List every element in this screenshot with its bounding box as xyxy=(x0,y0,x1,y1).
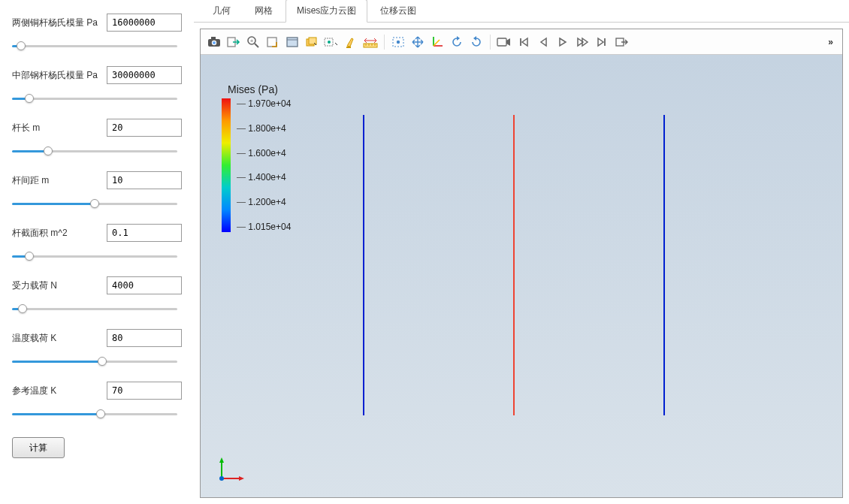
svg-line-25 xyxy=(434,40,440,46)
rotate-right-icon[interactable] xyxy=(467,33,485,51)
svg-marker-29 xyxy=(219,457,224,463)
param-label: 温度载荷 K xyxy=(12,332,107,345)
param-input[interactable] xyxy=(107,224,182,242)
result-bar xyxy=(363,115,364,415)
svg-rect-9 xyxy=(287,38,298,47)
param-label: 参考温度 K xyxy=(12,385,107,397)
param-slider[interactable] xyxy=(12,44,177,47)
orientation-triad xyxy=(219,456,244,484)
legend-ticks: 1.970e+041.800e+41.600e+41.400e+41.200e+… xyxy=(237,98,291,232)
toolbar-more-icon[interactable]: » xyxy=(823,37,838,47)
param-slider[interactable] xyxy=(12,360,177,363)
param-input[interactable] xyxy=(107,66,182,84)
rotate-left-icon[interactable] xyxy=(448,33,466,51)
param-slider[interactable] xyxy=(12,202,177,205)
param-slider[interactable] xyxy=(12,149,177,152)
clean-icon[interactable] xyxy=(342,33,360,51)
param-label: 两侧铜杆杨氏模量 Pa xyxy=(12,17,107,29)
legend-tick: 1.800e+4 xyxy=(237,123,291,134)
param-input[interactable] xyxy=(107,276,182,294)
viewer-toolbar: +» xyxy=(201,29,842,55)
param-label: 杆截面积 m^2 xyxy=(12,227,107,240)
param-row: 参考温度 K xyxy=(12,382,182,400)
compute-button[interactable]: 计算 xyxy=(12,437,65,458)
legend-title: Mises (Pa) xyxy=(228,83,291,95)
svg-point-3 xyxy=(213,41,216,44)
zoom-icon[interactable]: + xyxy=(244,33,262,51)
camera-icon[interactable] xyxy=(205,33,223,51)
export-anim-icon[interactable] xyxy=(612,33,630,51)
param-input[interactable] xyxy=(107,329,182,347)
viewer-canvas[interactable]: Mises (Pa) 1.970e+041.800e+41.600e+41.40… xyxy=(201,55,842,497)
svg-point-14 xyxy=(328,41,331,44)
param-label: 杆长 m xyxy=(12,122,107,134)
play-icon[interactable] xyxy=(554,33,572,51)
last-frame-icon[interactable] xyxy=(593,33,611,51)
tab-bar: 几何网格Mises应力云图位移云图 xyxy=(194,0,849,23)
svg-text:+: + xyxy=(250,38,254,44)
svg-rect-8 xyxy=(267,38,276,47)
toolbar-separator xyxy=(490,35,491,50)
param-row: 受力载荷 N xyxy=(12,276,182,294)
svg-rect-1 xyxy=(211,37,216,40)
legend-tick: 1.015e+04 xyxy=(237,222,291,232)
viewer-frame: +» Mises (Pa) 1.970e+041.800e+41.600e+41… xyxy=(200,29,843,498)
main-panel: 几何网格Mises应力云图位移云图 +» Mises (Pa) 1.970e+0… xyxy=(194,0,849,504)
layers-icon[interactable] xyxy=(303,33,321,51)
tab-2[interactable]: Mises应力云图 xyxy=(286,0,367,23)
tab-1[interactable]: 网格 xyxy=(243,0,284,22)
axes-icon[interactable] xyxy=(428,33,446,51)
param-input[interactable] xyxy=(107,119,182,137)
view-options-icon[interactable] xyxy=(322,33,340,51)
select-box-icon[interactable] xyxy=(264,33,282,51)
param-label: 受力载荷 N xyxy=(12,279,107,292)
svg-marker-31 xyxy=(239,476,244,481)
toolbar-separator xyxy=(384,35,385,50)
param-row: 杆长 m xyxy=(12,119,182,137)
result-bar xyxy=(663,115,665,415)
svg-line-6 xyxy=(255,44,258,47)
first-frame-icon[interactable] xyxy=(515,33,533,51)
param-input[interactable] xyxy=(107,382,182,400)
legend-tick: 1.400e+4 xyxy=(237,172,291,183)
svg-point-32 xyxy=(219,476,224,481)
tab-0[interactable]: 几何 xyxy=(201,0,242,22)
window-icon[interactable] xyxy=(283,33,301,51)
export-icon[interactable] xyxy=(225,33,243,51)
parameter-panel: 两侧铜杆杨氏模量 Pa中部钢杆杨氏模量 Pa杆长 m杆间距 m杆截面积 m^2受… xyxy=(0,0,194,504)
result-bar xyxy=(513,115,515,415)
param-slider[interactable] xyxy=(12,255,177,258)
param-row: 温度载荷 K xyxy=(12,329,182,347)
color-legend: Mises (Pa) 1.970e+041.800e+41.600e+41.40… xyxy=(222,83,291,232)
prev-frame-icon[interactable] xyxy=(534,33,552,51)
param-slider[interactable] xyxy=(12,307,177,310)
svg-rect-12 xyxy=(309,38,316,44)
viewer-area: +» Mises (Pa) 1.970e+041.800e+41.600e+41… xyxy=(194,23,849,504)
legend-tick: 1.200e+4 xyxy=(237,197,291,207)
legend-tick: 1.970e+04 xyxy=(237,98,291,109)
param-slider[interactable] xyxy=(12,412,177,415)
param-row: 中部钢杆杨氏模量 Pa xyxy=(12,66,182,84)
svg-rect-26 xyxy=(497,38,506,46)
legend-tick: 1.600e+4 xyxy=(237,148,291,158)
measure-icon[interactable] xyxy=(361,33,379,51)
next-frame-icon[interactable] xyxy=(573,33,591,51)
app-root: 两侧铜杆杨氏模量 Pa中部钢杆杨氏模量 Pa杆长 m杆间距 m杆截面积 m^2受… xyxy=(0,0,849,504)
param-row: 杆截面积 m^2 xyxy=(12,224,182,242)
tab-3[interactable]: 位移云图 xyxy=(369,0,428,22)
record-icon[interactable] xyxy=(495,33,513,51)
param-label: 中部钢杆杨氏模量 Pa xyxy=(12,69,107,82)
region-select-icon[interactable] xyxy=(389,33,407,51)
param-label: 杆间距 m xyxy=(12,174,107,187)
legend-colorbar xyxy=(222,98,231,232)
param-input[interactable] xyxy=(107,14,182,32)
svg-point-22 xyxy=(397,40,400,43)
pan-icon[interactable] xyxy=(409,33,427,51)
param-row: 杆间距 m xyxy=(12,171,182,189)
param-input[interactable] xyxy=(107,171,182,189)
param-slider[interactable] xyxy=(12,97,177,100)
param-row: 两侧铜杆杨氏模量 Pa xyxy=(12,14,182,32)
